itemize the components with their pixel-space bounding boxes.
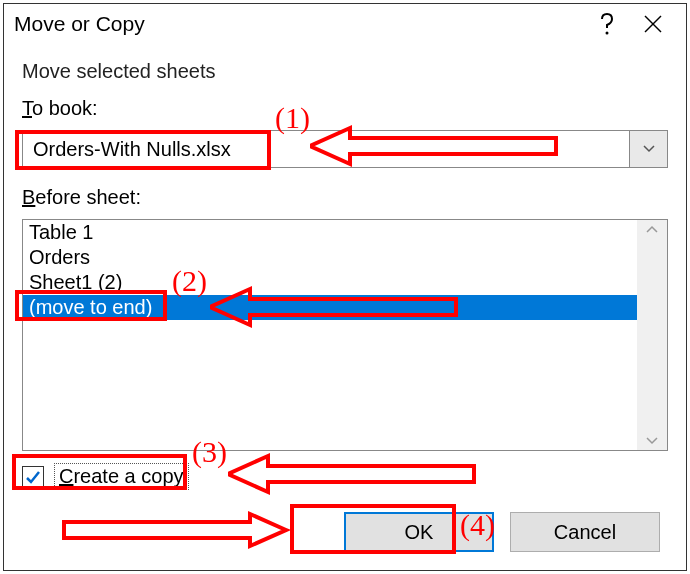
dialog-title: Move or Copy bbox=[14, 12, 584, 36]
chevron-up-icon bbox=[645, 224, 659, 234]
listbox-items: Table 1 Orders Sheet1 (2) (move to end) bbox=[23, 220, 637, 450]
list-item[interactable]: Table 1 bbox=[23, 220, 637, 245]
title-bar: Move or Copy bbox=[4, 4, 686, 44]
to-book-value: Orders-With Nulls.xlsx bbox=[22, 130, 630, 168]
create-a-copy-checkbox[interactable] bbox=[22, 466, 44, 488]
cancel-button[interactable]: Cancel bbox=[510, 512, 660, 552]
to-book-label: To book: bbox=[22, 97, 668, 120]
listbox-scrollbar[interactable] bbox=[637, 220, 667, 450]
close-button[interactable] bbox=[630, 14, 676, 34]
ok-button[interactable]: OK bbox=[344, 512, 494, 552]
create-a-copy-label: Create a copy bbox=[54, 463, 189, 490]
list-item[interactable]: Sheet1 (2) bbox=[23, 270, 637, 295]
chevron-down-icon bbox=[645, 436, 659, 446]
combobox-dropdown-button[interactable] bbox=[630, 130, 668, 168]
close-icon bbox=[643, 14, 663, 34]
to-book-combobox[interactable]: Orders-With Nulls.xlsx bbox=[22, 130, 668, 168]
checkmark-icon bbox=[24, 468, 42, 486]
button-row: OK Cancel bbox=[22, 512, 668, 552]
svg-point-0 bbox=[606, 32, 609, 35]
dialog-body: Move selected sheets To book: Orders-Wit… bbox=[4, 44, 686, 570]
chevron-down-icon bbox=[642, 144, 656, 154]
list-item[interactable]: Orders bbox=[23, 245, 637, 270]
before-sheet-label: Before sheet: bbox=[22, 186, 668, 209]
move-or-copy-dialog: Move or Copy Move selected sheets To boo… bbox=[3, 3, 687, 571]
list-item-selected[interactable]: (move to end) bbox=[23, 295, 637, 320]
before-sheet-listbox[interactable]: Table 1 Orders Sheet1 (2) (move to end) bbox=[22, 219, 668, 451]
help-button[interactable] bbox=[584, 13, 630, 35]
subtitle-text: Move selected sheets bbox=[22, 60, 668, 83]
help-icon bbox=[600, 13, 614, 35]
create-a-copy-row[interactable]: Create a copy bbox=[22, 463, 668, 490]
